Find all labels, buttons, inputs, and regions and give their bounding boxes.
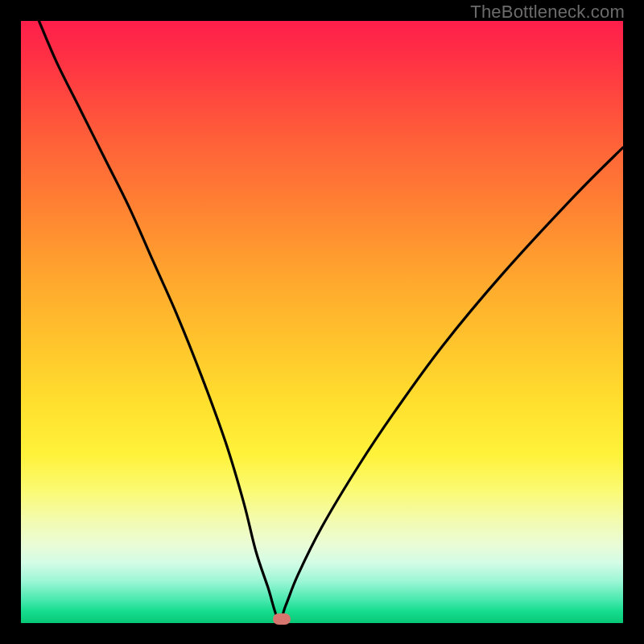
plot-area (21, 21, 623, 623)
chart-frame: TheBottleneck.com (0, 0, 644, 644)
curve-svg (21, 21, 623, 623)
bottleneck-marker (273, 613, 291, 625)
watermark-text: TheBottleneck.com (470, 2, 625, 23)
bottleneck-curve-path (39, 21, 623, 621)
